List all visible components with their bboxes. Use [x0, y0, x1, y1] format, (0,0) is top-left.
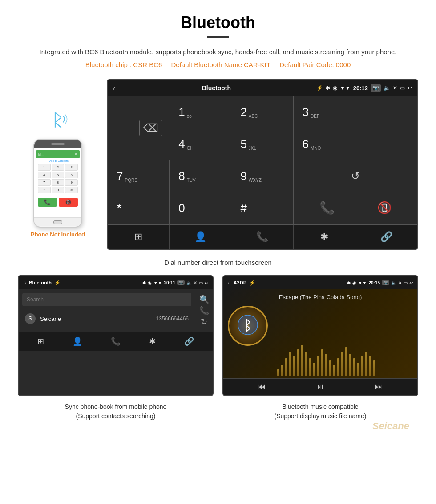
pb-nav-bluetooth[interactable]: ✱ — [149, 336, 156, 346]
title-divider — [207, 36, 229, 38]
end-call-button[interactable]: 📵 — [377, 201, 392, 215]
pb-nav-contacts[interactable]: 👤 — [73, 336, 82, 346]
bluetooth-status-icon: ✱ — [326, 85, 330, 91]
phone-key-7[interactable]: 7 — [38, 179, 51, 186]
phonebook-status-bar: ⌂ Bluetooth ⚡ ✱ ◉ ▼▼ 20:11 📷 🔈 ✕ ▭ ↩ — [19, 276, 213, 289]
pb-nav-link[interactable]: 🔗 — [184, 336, 194, 346]
page-description: Integrated with BC6 Bluetooth module, su… — [18, 47, 418, 57]
phone-key-3[interactable]: 3 — [65, 164, 78, 171]
call-button[interactable]: 📞 — [319, 200, 335, 215]
eq-bar — [297, 349, 299, 376]
eq-bar — [325, 354, 327, 376]
phonebook-caption-line2: (Support contacts searching) — [18, 412, 214, 421]
next-track-button[interactable]: ⏭ — [375, 382, 383, 392]
contact-entry-seicane[interactable]: S Seicane 13566664466 — [22, 310, 191, 328]
phonebook-caption: Sync phone-book from mobile phone (Suppo… — [18, 402, 214, 421]
contact-name: Seicane — [40, 316, 156, 322]
phone-key-9[interactable]: 9 — [65, 179, 78, 186]
dial-screen: ⌂ Bluetooth ⚡ ✱ ◉ ▼▼ 20:12 📷 🔈 ✕ ▭ ↩ — [107, 79, 418, 250]
phone-key-2[interactable]: 2 — [52, 164, 65, 171]
dial-key-9[interactable]: 9WXYZ — [231, 160, 293, 192]
dial-key-8[interactable]: 8TUV — [170, 160, 231, 192]
usb-icon: ⚡ — [316, 85, 323, 91]
dial-key-1[interactable]: 1oo — [170, 96, 231, 128]
nav-link-icon[interactable]: 🔗 — [355, 225, 417, 249]
sidebar-sync-icon[interactable]: ↻ — [201, 317, 207, 327]
eq-bar — [321, 349, 323, 376]
dial-key-0[interactable]: 0+ — [170, 192, 231, 224]
eq-bar — [349, 354, 351, 376]
pb-close-icon[interactable]: ✕ — [194, 280, 197, 285]
eq-bar — [341, 352, 343, 376]
dial-caption: Dial number direct from touchscreen — [18, 259, 418, 266]
phonebook-sidebar: 🔍 📞 ↻ — [195, 289, 213, 332]
music-screen: ⌂ A2DP ⚡ ✱ ◉ ▼▼ 20:15 📷 🔈 ✕ ▭ ↩ Escape — [222, 275, 418, 396]
music-content: Escape (The Pina Colada Song) — [223, 289, 417, 378]
phone-key-hash[interactable]: # — [65, 187, 78, 193]
phonebook-layout: S Seicane 13566664466 🔍 📞 ↻ — [19, 289, 213, 332]
equalizer — [272, 343, 417, 378]
backspace-button[interactable]: ⌫ — [139, 120, 162, 136]
close-icon[interactable]: ✕ — [393, 85, 397, 91]
nav-bluetooth-icon[interactable]: ✱ — [294, 225, 355, 249]
sidebar-call-icon[interactable]: 📞 — [199, 306, 209, 316]
eq-bar — [285, 358, 287, 376]
nav-phone-icon[interactable]: 📞 — [231, 225, 293, 249]
phonebook-caption-line1: Sync phone-book from mobile phone — [18, 402, 214, 412]
music-back-icon[interactable]: ↩ — [409, 280, 413, 285]
search-input[interactable] — [27, 296, 187, 303]
dial-key-2[interactable]: 2ABC — [231, 96, 293, 128]
dial-key-5[interactable]: 5JKL — [231, 128, 293, 160]
pb-location-icon: ◉ — [148, 280, 152, 285]
dial-grid: 1oo 2ABC 3DEF ⌫ 4GHI 5JKL — [108, 96, 417, 224]
phone-screen: M...✕ + Add to Contacts 1 2 3 4 5 6 7 8 … — [34, 148, 81, 217]
spec-code: Default Pair Code: 0000 — [279, 61, 351, 68]
dial-key-3[interactable]: 3DEF — [294, 96, 417, 128]
back-icon[interactable]: ↩ — [408, 85, 412, 91]
pb-back-icon[interactable]: ↩ — [205, 280, 208, 285]
phone-add-contacts: + Add to Contacts — [36, 160, 80, 162]
play-pause-button[interactable]: ⏯ — [316, 382, 324, 392]
eq-bar — [309, 358, 311, 376]
phone-key-4[interactable]: 4 — [38, 172, 51, 178]
eq-bar — [333, 365, 335, 376]
phone-section: M...✕ + Add to Contacts 1 2 3 4 5 6 7 8 … — [18, 79, 98, 238]
dial-key-hash[interactable]: # — [231, 192, 293, 224]
music-camera-icon: 📷 — [382, 280, 389, 285]
home-icon[interactable]: ⌂ — [113, 85, 117, 92]
phone-key-8[interactable]: 8 — [52, 179, 65, 186]
pb-nav-grid[interactable]: ⊞ — [37, 336, 44, 346]
bluetooth-waves-icon — [44, 106, 71, 132]
phonebook-main: S Seicane 13566664466 — [19, 289, 195, 332]
redial-button[interactable]: ↻ — [294, 160, 417, 192]
eq-bar — [313, 363, 315, 376]
phone-key-1[interactable]: 1 — [38, 164, 51, 171]
search-bar[interactable] — [22, 293, 191, 306]
dial-key-6[interactable]: 6MNO — [294, 128, 417, 160]
music-close-icon[interactable]: ✕ — [398, 280, 402, 285]
status-right: ⚡ ✱ ◉ ▼▼ 20:12 📷 🔈 ✕ ▭ ↩ — [316, 84, 412, 92]
dial-key-star[interactable]: * — [108, 192, 170, 224]
phone-key-0[interactable]: 0 — [52, 187, 65, 193]
dial-key-7[interactable]: 7PQRS — [108, 160, 170, 192]
pb-rect-icon: ▭ — [199, 280, 203, 285]
contact-letter-s: S — [25, 313, 36, 324]
music-home-icon[interactable]: ⌂ — [228, 280, 231, 285]
sidebar-search-icon[interactable]: 🔍 — [199, 295, 209, 304]
phone-green-bar: M...✕ — [36, 150, 80, 158]
pb-nav-phone[interactable]: 📞 — [111, 336, 121, 346]
music-caption-line2: (Support display music file name) — [222, 412, 418, 421]
eq-bar — [361, 356, 363, 376]
nav-grid-icon[interactable]: ⊞ — [108, 225, 170, 249]
phone-key-5[interactable]: 5 — [52, 172, 65, 178]
dial-key-4[interactable]: 4GHI — [170, 128, 231, 160]
nav-contacts-icon[interactable]: 👤 — [170, 225, 231, 249]
phone-mockup: M...✕ + Add to Contacts 1 2 3 4 5 6 7 8 … — [33, 139, 82, 228]
music-usb-icon: ⚡ — [249, 280, 255, 286]
phone-key-6[interactable]: 6 — [65, 172, 78, 178]
phone-key-star[interactable]: * — [38, 187, 51, 193]
pb-home-icon[interactable]: ⌂ — [23, 280, 26, 285]
prev-track-button[interactable]: ⏮ — [258, 382, 266, 392]
phone-bottom — [34, 217, 81, 226]
phone-home-button[interactable] — [53, 220, 62, 224]
